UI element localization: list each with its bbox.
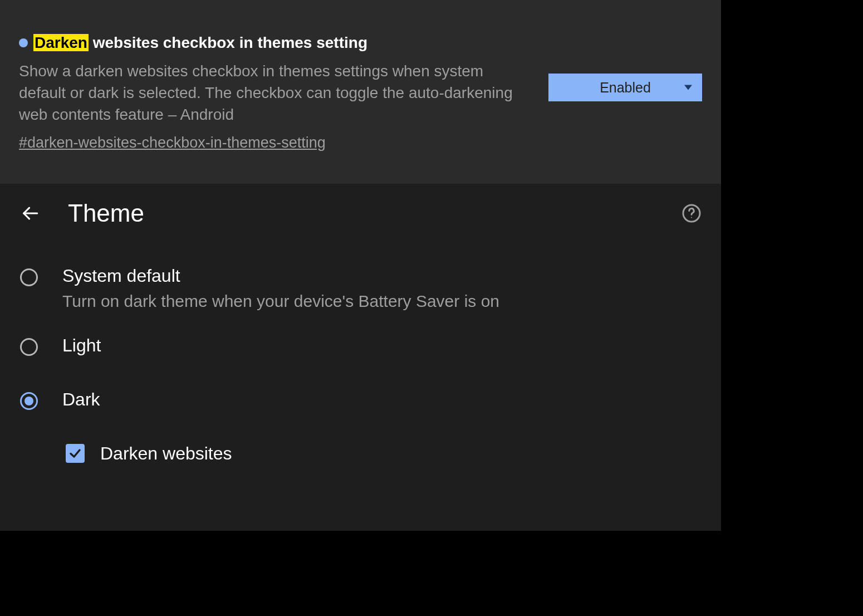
- theme-header: Theme: [18, 199, 703, 227]
- option-texts: System default Turn on dark theme when y…: [62, 265, 499, 312]
- checkbox-label: Darken websites: [100, 443, 232, 464]
- page-title: Theme: [68, 199, 144, 227]
- radio-icon: [20, 338, 38, 356]
- flag-state-dropdown[interactable]: Enabled: [548, 74, 702, 101]
- option-label: Light: [62, 335, 101, 356]
- back-button[interactable]: [18, 201, 42, 226]
- checkbox-checked-icon: [66, 444, 85, 463]
- option-label: System default: [62, 265, 499, 286]
- modified-dot-icon: [19, 38, 28, 47]
- theme-pane: Theme System default Turn on dark theme …: [0, 184, 721, 531]
- flag-title-text: Darken websites checkbox in themes setti…: [33, 33, 367, 52]
- theme-options-list: System default Turn on dark theme when y…: [18, 257, 703, 464]
- option-texts: Light: [62, 335, 101, 356]
- flag-pane: Darken websites checkbox in themes setti…: [0, 0, 721, 184]
- option-texts: Dark: [62, 389, 100, 410]
- flag-state-value: Enabled: [600, 80, 651, 96]
- help-icon: [681, 203, 702, 223]
- flag-body: Darken websites checkbox in themes setti…: [19, 33, 535, 153]
- radio-icon: [20, 268, 38, 286]
- option-label: Dark: [62, 389, 100, 410]
- svg-point-2: [691, 217, 692, 218]
- back-arrow-icon: [21, 204, 40, 223]
- chevron-down-icon: [684, 85, 692, 90]
- darken-websites-checkbox-row[interactable]: Darken websites: [66, 443, 703, 464]
- radio-icon-selected: [20, 392, 38, 410]
- flag-description: Show a darken websites checkbox in theme…: [19, 60, 520, 126]
- option-subtext: Turn on dark theme when your device's Ba…: [62, 290, 499, 313]
- theme-option-system-default[interactable]: System default Turn on dark theme when y…: [18, 257, 703, 320]
- flag-title-rest: websites checkbox in themes setting: [89, 34, 367, 51]
- flag-title: Darken websites checkbox in themes setti…: [19, 33, 535, 52]
- theme-option-light[interactable]: Light: [18, 327, 703, 364]
- checkmark-icon: [68, 447, 82, 460]
- help-button[interactable]: [680, 202, 703, 225]
- theme-option-dark[interactable]: Dark: [18, 381, 703, 418]
- flag-anchor-link[interactable]: #darken-websites-checkbox-in-themes-sett…: [19, 133, 326, 153]
- search-highlight: Darken: [33, 34, 89, 51]
